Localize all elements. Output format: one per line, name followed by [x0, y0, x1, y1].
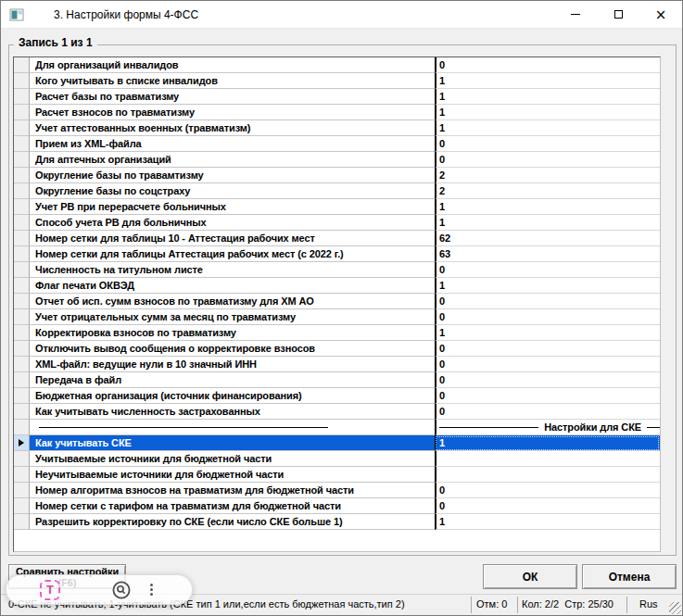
setting-value[interactable]: 1	[435, 435, 660, 451]
grid-row[interactable]: Расчет взносов по травматизму1	[14, 105, 660, 120]
status-divider	[626, 597, 627, 613]
resize-grip[interactable]	[669, 602, 681, 614]
row-marker-cell	[14, 420, 30, 435]
cancel-button[interactable]: Отмена	[582, 564, 677, 589]
setting-value[interactable]: 1	[435, 325, 660, 341]
current-row-arrow-icon	[19, 439, 24, 446]
setting-value[interactable]: 0	[435, 498, 660, 514]
grid-row[interactable]: Прием из XML-файла0	[14, 136, 660, 152]
text-capture-icon[interactable]: T	[40, 580, 60, 600]
row-marker-cell	[14, 309, 30, 325]
grid-row[interactable]: Для организаций инвалидов0	[14, 57, 660, 73]
setting-name: Учитываемые источники для бюджетной част…	[30, 451, 435, 467]
setting-value[interactable]	[435, 451, 660, 467]
setting-value[interactable]: 0	[435, 483, 660, 498]
setting-name: Для организаций инвалидов	[30, 57, 435, 73]
grid-row[interactable]: Как учитывать численность застрахованных…	[14, 404, 660, 420]
grid-row[interactable]: Номер сетки для таблицы 10 - Аттестация …	[14, 231, 660, 246]
setting-value[interactable]: 1	[435, 199, 660, 215]
grid-row[interactable]: Номер сетки с тарифом на травматизм для …	[14, 498, 660, 514]
setting-value[interactable]: 1	[435, 514, 660, 530]
setting-value[interactable]: 2	[435, 168, 660, 183]
setting-value[interactable]: 0	[435, 388, 660, 404]
status-otm: Отм: 0	[476, 598, 507, 610]
grid-row[interactable]: Номер сетки для таблицы Аттестация рабоч…	[14, 246, 660, 262]
grid-row[interactable]: Учет отрицательных сумм за месяц по трав…	[14, 309, 660, 325]
row-marker-cell	[14, 341, 30, 357]
grid-row[interactable]: Неучитываемые источники для бюджетной ча…	[14, 467, 660, 483]
setting-name: Численность на титульном листе	[30, 262, 435, 278]
setting-value[interactable]: 1	[435, 278, 660, 294]
titlebar: 3. Настройки формы 4-ФСС ×	[1, 1, 682, 29]
minimize-icon[interactable]	[554, 1, 597, 29]
setting-name: Отчет об исп. сумм взносов по травматизм…	[30, 294, 435, 309]
grid-row[interactable]: XML-файл: ведущие нули в 10 значный ИНН0	[14, 357, 660, 372]
setting-value[interactable]: 0	[435, 152, 660, 168]
setting-value[interactable]: 0	[435, 309, 660, 325]
setting-value[interactable]: 2	[435, 183, 660, 199]
setting-name: Округление базы по соцстраху	[30, 183, 435, 199]
grid-row[interactable]: Бюджетная организация (источник финансир…	[14, 388, 660, 404]
ok-button[interactable]: ОК	[483, 564, 577, 589]
setting-value[interactable]: 0	[435, 136, 660, 152]
setting-value[interactable]	[435, 467, 660, 483]
setting-name: Отключить вывод сообщения о корректировк…	[30, 341, 435, 357]
grid-row[interactable]: Флаг печати ОКВЭД1	[14, 278, 660, 294]
maximize-icon[interactable]	[597, 1, 639, 29]
grid-row[interactable]: Отключить вывод сообщения о корректировк…	[14, 341, 660, 357]
close-icon[interactable]: ×	[639, 1, 682, 29]
grid-row[interactable]: Расчет базы по травматизму1	[14, 89, 660, 105]
grid-row[interactable]: Для аптечных организаций0	[14, 152, 660, 168]
grid-row[interactable]: Учитываемые источники для бюджетной част…	[14, 451, 660, 467]
app-icon	[9, 7, 24, 22]
grid-row[interactable]: Учет аттестованных военных (травматизм)1	[14, 120, 660, 136]
grid-row[interactable]: Номер алгоритма взносов на травматизм дл…	[14, 483, 660, 498]
setting-name: Номер сетки для таблицы Аттестация рабоч…	[30, 246, 435, 262]
setting-value[interactable]: 1	[435, 73, 660, 89]
setting-name: Учет аттестованных военных (травматизм)	[30, 120, 435, 136]
setting-value[interactable]: 63	[435, 246, 660, 262]
grid-row[interactable]: Округление базы по травамтизму2	[14, 168, 660, 183]
setting-name: Разрешить корректировку по СКЕ (если чис…	[30, 514, 435, 530]
grid-row[interactable]: Кого учитывать в списке инвалидов1	[14, 73, 660, 89]
setting-value[interactable]: Настройки для СКЕ	[435, 420, 660, 435]
grid-row[interactable]: Разрешить корректировку по СКЕ (если чис…	[14, 514, 660, 530]
row-marker-cell	[14, 262, 30, 278]
dialog-window: 3. Настройки формы 4-ФСС × Запись 1 из 1…	[0, 0, 683, 616]
setting-value[interactable]: 1	[435, 89, 660, 105]
grid-row[interactable]: Способ учета РВ для больничных1	[14, 215, 660, 231]
setting-name: Способ учета РВ для больничных	[30, 215, 435, 231]
status-divider	[471, 597, 472, 613]
setting-value[interactable]: 0	[435, 404, 660, 420]
status-language: Rus	[639, 598, 658, 610]
setting-value[interactable]: 1	[435, 105, 660, 120]
row-marker-cell	[14, 294, 30, 309]
setting-value[interactable]: 0	[435, 372, 660, 388]
row-marker-cell	[14, 183, 30, 199]
row-marker-cell	[14, 168, 30, 183]
setting-value[interactable]: 0	[435, 357, 660, 372]
setting-value[interactable]: 1	[435, 215, 660, 231]
grid-row[interactable]: Корректировка взносов по травматизму1	[14, 325, 660, 341]
setting-value[interactable]: 0	[435, 262, 660, 278]
setting-name: Номер сетки для таблицы 10 - Аттестация …	[30, 231, 435, 246]
grid-row[interactable]: Отчет об исп. сумм взносов по травматизм…	[14, 294, 660, 309]
setting-value[interactable]: 0	[435, 341, 660, 357]
row-marker-cell	[14, 73, 30, 89]
settings-grid[interactable]: Для организаций инвалидов0Кого учитывать…	[13, 57, 661, 552]
search-icon[interactable]	[111, 580, 132, 600]
setting-value[interactable]: 1	[435, 120, 660, 136]
setting-value[interactable]: 0	[435, 57, 660, 73]
setting-value[interactable]: 0	[435, 294, 660, 309]
setting-name: Кого учитывать в списке инвалидов	[30, 73, 435, 89]
grid-separator-row[interactable]: Настройки для СКЕ	[14, 420, 660, 435]
grid-row[interactable]: Учет РВ при перерасчете больничных1	[14, 199, 660, 215]
row-marker-cell	[14, 372, 30, 388]
grid-row[interactable]: Как учитывать СКЕ1	[14, 435, 660, 451]
grid-row[interactable]: Округление базы по соцстраху2	[14, 183, 660, 199]
grid-row[interactable]: Численность на титульном листе0	[14, 262, 660, 278]
kebab-menu-icon[interactable]	[150, 584, 153, 596]
grid-row[interactable]: Передача в файл0	[14, 372, 660, 388]
window-title: 3. Настройки формы 4-ФСС	[54, 1, 198, 29]
setting-value[interactable]: 62	[435, 231, 660, 246]
